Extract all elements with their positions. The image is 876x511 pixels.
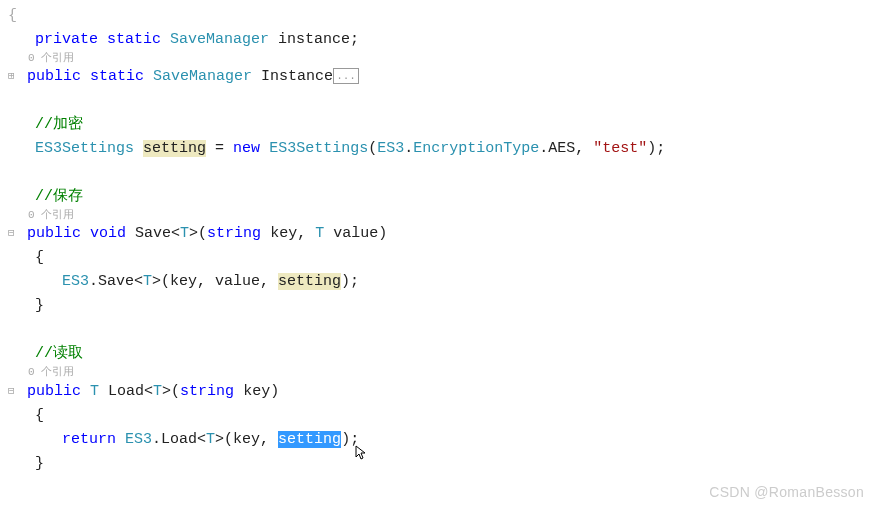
comment-load: //读取: [8, 342, 876, 366]
codelens-refs[interactable]: 0 个引用: [8, 366, 876, 379]
collapse-toggle-icon[interactable]: ⊞: [8, 68, 18, 86]
codelens-refs[interactable]: 0 个引用: [8, 52, 876, 65]
line-save-sig: ⊟ public void Save<T>(string key, T valu…: [8, 222, 876, 246]
highlight-setting: setting: [278, 273, 341, 290]
comment-encrypt: //加密: [8, 113, 876, 137]
collapse-toggle-icon[interactable]: ⊟: [8, 225, 18, 243]
line-instance-field: private static SaveManager instance;: [8, 28, 876, 52]
selection-setting: setting: [278, 431, 341, 448]
line-open-brace: {: [8, 4, 876, 28]
brace-close: }: [8, 452, 876, 476]
comment-save: //保存: [8, 185, 876, 209]
brace-open-gutter: {: [8, 4, 20, 28]
line-es3-save: ES3.Save<T>(key, value, setting);: [8, 270, 876, 294]
code-editor[interactable]: { private static SaveManager instance; 0…: [0, 0, 876, 476]
brace-open: {: [8, 246, 876, 270]
line-es3settings: ES3Settings setting = new ES3Settings(ES…: [8, 137, 876, 161]
line-load-sig: ⊟ public T Load<T>(string key): [8, 380, 876, 404]
line-es3-load: return ES3.Load<T>(key, setting);: [8, 428, 876, 452]
collapsed-region-icon[interactable]: ...: [333, 68, 359, 84]
collapse-toggle-icon[interactable]: ⊟: [8, 383, 18, 401]
brace-open: {: [8, 404, 876, 428]
brace-close: }: [8, 294, 876, 318]
line-instance-prop: ⊞ public static SaveManager Instance...: [8, 65, 876, 89]
watermark: CSDN @RomanBesson: [709, 481, 864, 503]
highlight-setting: setting: [143, 140, 206, 157]
codelens-refs[interactable]: 0 个引用: [8, 209, 876, 222]
